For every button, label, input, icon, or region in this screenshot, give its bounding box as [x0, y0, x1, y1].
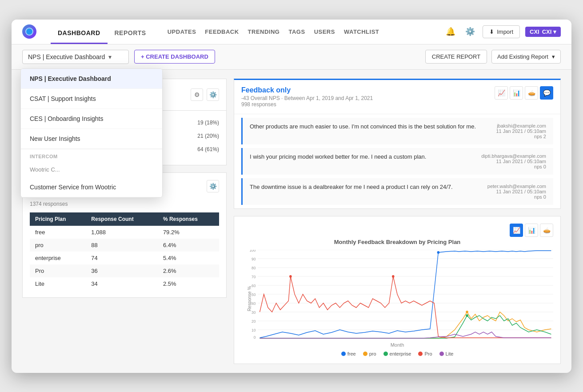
dashboard-select[interactable]: NPS | Executive Dashboard ▾ [22, 50, 129, 64]
pricing-table: Pricing Plan Response Count % Responses … [30, 212, 219, 290]
chart-icons: 📈 📊 🥧 [510, 224, 553, 237]
nps-detractor-count: 64 (61%) [188, 146, 219, 152]
list-item: I wish your pricing model worked better … [241, 148, 553, 175]
cell-plan: free [30, 226, 86, 239]
filter-icon[interactable]: ⚙ [191, 88, 203, 101]
subnav-watchlist[interactable]: WATCHLIST [344, 28, 379, 35]
chart-wrapper: Response % [241, 250, 553, 348]
dropdown-item-nps[interactable]: NPS | Executive Dashboard [21, 69, 162, 89]
settings-button[interactable]: ⚙️ [463, 24, 477, 39]
create-report-button[interactable]: CREATE REPORT [425, 50, 487, 64]
chevron-down-icon: ▾ [108, 53, 112, 60]
table-row: enterprise 74 5.4% [30, 252, 219, 264]
add-existing-arrow: ▾ [552, 53, 555, 60]
cell-plan: enterprise [30, 252, 86, 264]
svg-text:50: 50 [252, 292, 256, 296]
pricing-settings-icon[interactable]: ⚙️ [207, 180, 219, 192]
legend-lite: Lite [439, 351, 454, 356]
legend-pro: pro [363, 351, 376, 356]
create-dashboard-label: + CREATE DASHBOARD [141, 53, 208, 60]
feedback-header: Feedback only -43 Overall NPS · Between … [234, 80, 560, 114]
settings-icon[interactable]: ⚙️ [207, 88, 219, 101]
svg-text:100: 100 [249, 250, 256, 252]
notification-button[interactable]: 🔔 [443, 24, 458, 39]
dropdown-group-sub: Wootric C... [21, 162, 162, 177]
pie-chart-icon[interactable]: 🥧 [525, 86, 538, 100]
cell-plan: Pro [30, 264, 86, 277]
svg-point-34 [437, 251, 440, 254]
dashboard-dropdown: NPS | Executive Dashboard CSAT | Support… [20, 68, 163, 198]
svg-text:70: 70 [252, 274, 256, 279]
logo-icon [25, 28, 33, 36]
dropdown-group-label: Intercom [21, 149, 162, 162]
dropdown-item-csat[interactable]: CSAT | Support Insights [21, 89, 162, 109]
dashboard-select-value: NPS | Executive Dashboard [28, 53, 105, 60]
dropdown-item-customer-service[interactable]: Customer Service from Wootric [21, 177, 162, 197]
svg-text:20: 20 [252, 319, 256, 323]
subnav-users[interactable]: USERS [314, 28, 335, 35]
sub-nav-inline: UPDATES FEEDBACK TRENDING TAGS USERS WAT… [168, 28, 379, 35]
table-row: free 1,088 79.2% [30, 226, 219, 239]
pricing-responses: 1374 responses [30, 201, 118, 207]
cell-count: 88 [86, 239, 158, 252]
logo [22, 24, 36, 39]
right-actions: CREATE REPORT Add Existing Report ▾ [425, 50, 561, 64]
cell-count: 34 [86, 277, 158, 290]
dropdown-item-ces[interactable]: CES | Onboarding Insights [21, 109, 162, 129]
feedback-title: Feedback only [241, 86, 373, 94]
list-chart-icon[interactable]: 💬 [540, 86, 553, 100]
add-existing-select[interactable]: Add Existing Report ▾ [491, 50, 561, 64]
cell-count: 74 [86, 252, 158, 264]
subnav-trending[interactable]: TRENDING [248, 28, 280, 35]
feedback-panel: Feedback only -43 Overall NPS · Between … [234, 79, 561, 209]
col-count: Response Count [86, 212, 158, 226]
svg-text:90: 90 [252, 256, 256, 261]
list-item: The downtime issue is a dealbreaker for … [241, 178, 553, 205]
svg-point-32 [289, 275, 292, 278]
bar-chart-view-icon[interactable]: 📊 [525, 224, 538, 237]
feedback-item-meta: dipti.bhargava@example.com11 Jan 2021 / … [481, 153, 546, 169]
svg-point-33 [392, 275, 395, 278]
bar-chart-icon[interactable]: 📊 [510, 86, 523, 100]
cell-pct: 2.6% [158, 264, 219, 277]
dropdown-item-new-user[interactable]: New User Insights [21, 129, 162, 149]
line-chart-view-icon[interactable]: 📈 [510, 224, 523, 237]
col-plan: Pricing Plan [30, 212, 86, 226]
panel-icons: ⚙ ⚙️ [191, 88, 219, 101]
legend-free: free [341, 351, 356, 356]
nps-promoter-count: 19 (18%) [188, 120, 219, 126]
subnav-feedback[interactable]: FEEDBACK [205, 28, 239, 35]
pricing-table-container: Pricing Plan Response Count % Responses … [30, 212, 219, 290]
right-panel: Feedback only -43 Overall NPS · Between … [234, 79, 561, 364]
cxi-badge[interactable]: CXI CXI ▾ [525, 27, 561, 37]
legend-enterprise-label: enterprise [390, 351, 411, 356]
cxi-label: CXI [530, 28, 539, 35]
cxi-user: CXI ▾ [542, 28, 556, 35]
chart-header: 📈 📊 🥧 [241, 224, 553, 237]
create-report-label: CREATE REPORT [432, 53, 480, 60]
feedback-item-meta: peter.walsh@example.com11 Jan 2021 / 05:… [487, 184, 546, 200]
line-chart-icon[interactable]: 📈 [495, 86, 508, 100]
svg-text:40: 40 [252, 301, 256, 305]
svg-text:80: 80 [252, 265, 256, 270]
feedback-item-text: Other products are much easier to use. I… [250, 123, 487, 130]
legend-free-label: free [347, 351, 356, 356]
subnav-tags[interactable]: TAGS [288, 28, 305, 35]
svg-point-36 [466, 314, 468, 317]
import-button[interactable]: ⬇ Import [483, 25, 520, 38]
subnav-updates[interactable]: UPDATES [168, 28, 196, 35]
tab-reports[interactable]: REPORTS [108, 29, 153, 44]
chart-type-icons: 📈 📊 🥧 💬 [495, 86, 553, 100]
feedback-item-text: I wish your pricing model worked better … [250, 153, 472, 160]
list-item: Other products are much easier to use. I… [241, 118, 553, 144]
tab-dashboard[interactable]: DASHBOARD [51, 29, 108, 44]
chart-legend: free pro enterprise Pro [241, 351, 553, 356]
create-dashboard-button[interactable]: + CREATE DASHBOARD [134, 50, 215, 64]
y-axis-label: Response % [247, 286, 252, 311]
feedback-list: Other products are much easier to use. I… [234, 118, 560, 205]
chart-section: 📈 📊 🥧 Monthly Feedback Breakdown by Pric… [234, 216, 561, 364]
import-icon: ⬇ [489, 28, 494, 35]
nps-passive-count: 21 (20%) [188, 133, 219, 139]
pie-chart-view-icon[interactable]: 🥧 [540, 224, 553, 237]
nav-right: 🔔 ⚙️ ⬇ Import CXI CXI ▾ [443, 24, 561, 39]
